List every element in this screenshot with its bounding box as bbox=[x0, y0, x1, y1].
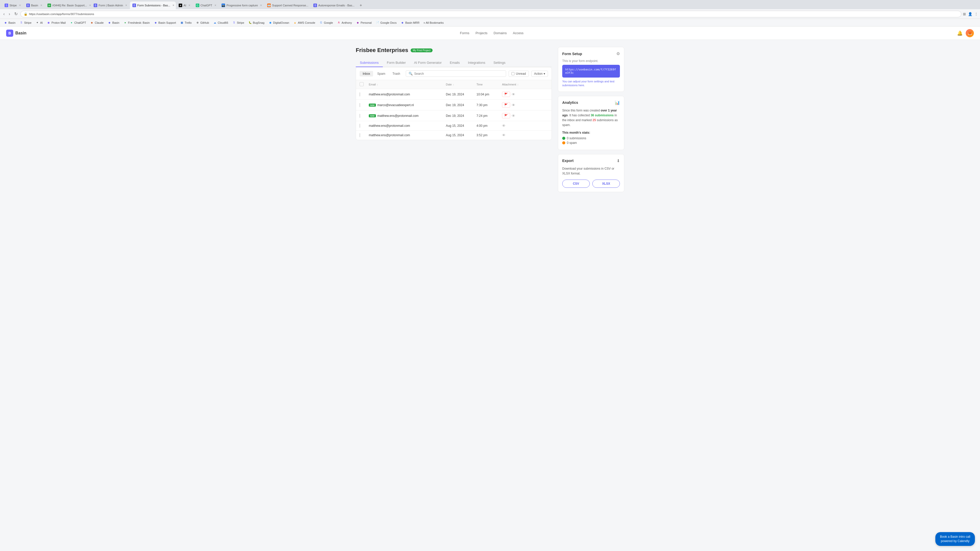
tab-emails[interactable]: Emails bbox=[446, 59, 464, 67]
profile-icon[interactable]: 👤 bbox=[968, 12, 972, 16]
bookmark-bugsnag[interactable]: 🐛 BugSnag bbox=[247, 21, 266, 25]
bookmark-personal[interactable]: ◆ Personal bbox=[354, 21, 373, 25]
tab-form-submissions[interactable]: B Form Submissions - Bas... × bbox=[130, 2, 176, 9]
tab-autoresponse[interactable]: B Autoresponse Emails - Bas... × bbox=[311, 2, 357, 9]
tab-basin-close[interactable]: × bbox=[40, 3, 42, 7]
tab-form-builder[interactable]: Form Builder bbox=[383, 59, 410, 67]
view-button-3[interactable]: 👁 bbox=[512, 114, 515, 118]
bookmark-basin-support[interactable]: ◆ Basin Support bbox=[152, 21, 178, 25]
bookmark-basin-mrr[interactable]: ◆ Basin MRR bbox=[399, 21, 422, 25]
tab-chatgpt-close[interactable]: × bbox=[215, 3, 216, 7]
tab-integrations[interactable]: Integrations bbox=[464, 59, 490, 67]
nav-forms[interactable]: Forms bbox=[460, 31, 469, 35]
app-title: Basin bbox=[15, 31, 27, 35]
bookmark-claude[interactable]: ◆ Claude bbox=[88, 21, 105, 25]
nav-access[interactable]: Access bbox=[513, 31, 523, 35]
endpoint-box[interactable]: https://usebasin.com/f/7f3269fe3f3c bbox=[562, 65, 620, 78]
select-all-checkbox[interactable] bbox=[360, 82, 364, 86]
tab-support[interactable]: ✉ #3446] Re: Basin Support... × bbox=[45, 2, 91, 9]
tab-basin-admin[interactable]: B Form | Basin Admin × bbox=[91, 2, 130, 9]
action-button[interactable]: Action ▾ bbox=[531, 71, 548, 77]
checkbox-1[interactable] bbox=[360, 92, 360, 97]
spam-button-3[interactable]: 🚩 bbox=[502, 113, 510, 118]
bookmark-freshdesk[interactable]: ● Freshdesk: Basin bbox=[122, 21, 151, 25]
bookmark-digitalocean[interactable]: ◉ DigitalOcean bbox=[267, 21, 291, 25]
row-checkbox-5[interactable] bbox=[360, 133, 369, 137]
new-tab-button[interactable]: + bbox=[358, 3, 363, 8]
tab-progressive-close[interactable]: × bbox=[260, 3, 262, 7]
subtab-inbox[interactable]: Inbox bbox=[360, 71, 373, 76]
csv-button[interactable]: CSV bbox=[562, 179, 590, 188]
nav-domains[interactable]: Domains bbox=[493, 31, 507, 35]
row-checkbox-1[interactable] bbox=[360, 93, 369, 96]
bookmark-stripe[interactable]: S Stripe bbox=[18, 21, 33, 25]
bookmark-github[interactable]: ⊛ GitHub bbox=[194, 21, 211, 25]
row-checkbox-4[interactable] bbox=[360, 124, 369, 127]
view-button-1[interactable]: 👁 bbox=[512, 92, 515, 97]
xlsx-button[interactable]: XLSX bbox=[592, 179, 620, 188]
tab-progressive[interactable]: 📷 Progressive form capture × bbox=[219, 2, 264, 9]
gear-icon[interactable]: ⚙ bbox=[616, 51, 620, 56]
header-select-all[interactable] bbox=[360, 82, 369, 87]
checkbox-2[interactable] bbox=[360, 103, 360, 107]
subtab-spam[interactable]: Spam bbox=[374, 71, 388, 76]
notification-button[interactable]: 🔔 bbox=[957, 30, 963, 36]
bookmark-stripe2[interactable]: S Stripe bbox=[231, 21, 246, 25]
checkbox-5[interactable] bbox=[360, 133, 360, 137]
view-button-4[interactable]: 👁 bbox=[502, 124, 506, 128]
unread-button[interactable]: Unread bbox=[509, 71, 528, 77]
back-button[interactable]: ‹ bbox=[2, 11, 6, 17]
bookmark-all[interactable]: » All Bookmarks bbox=[422, 21, 445, 25]
bookmark-googledocs[interactable]: 📄 Google Docs bbox=[374, 21, 398, 25]
all-bookmarks-label: » All Bookmarks bbox=[424, 21, 444, 24]
tab-basin-admin-close[interactable]: × bbox=[125, 3, 127, 7]
checkbox-3[interactable] bbox=[360, 114, 360, 118]
bookmark-anthony[interactable]: A Anthony bbox=[335, 21, 354, 25]
download-icon[interactable]: ⬇ bbox=[617, 159, 620, 163]
tab-ai-close[interactable]: × bbox=[189, 3, 190, 7]
bookmark-ai[interactable]: ✦ AI bbox=[34, 21, 45, 25]
tab-submissions[interactable]: Submissions bbox=[356, 59, 383, 67]
bookmark-chatgpt[interactable]: ● ChatGPT bbox=[68, 21, 88, 25]
bookmark-basin[interactable]: ◆ Basin bbox=[2, 21, 18, 25]
tab-stripe-close[interactable]: × bbox=[19, 3, 21, 7]
tab-stripe[interactable]: S Stripe × bbox=[2, 2, 24, 9]
bookmark-cloud66[interactable]: ☁ Cloud66 bbox=[211, 21, 230, 25]
nav-bar: ‹ › ↻ 🔒 https://usebasin.com/app/forms/3… bbox=[0, 9, 980, 19]
header-date[interactable]: Date ↕ bbox=[446, 83, 476, 86]
search-box[interactable]: 🔍 bbox=[406, 70, 506, 77]
header-email[interactable]: Email ↕ bbox=[369, 83, 446, 86]
refresh-button[interactable]: ↻ bbox=[13, 11, 19, 17]
tab-ai[interactable]: ✦ AI × bbox=[176, 2, 192, 9]
bookmark-protonmail[interactable]: ◉ Proton Mail bbox=[45, 21, 68, 25]
tab-canned[interactable]: 📧 Support Canned Response... × bbox=[265, 2, 310, 9]
bookmark-basin2[interactable]: ◆ Basin bbox=[106, 21, 121, 25]
spam-button-2[interactable]: 🚩 bbox=[502, 102, 510, 108]
tab-ai-form-generator[interactable]: AI Form Generator bbox=[410, 59, 445, 67]
email-4: matthew.ens@protonmail.com bbox=[369, 124, 410, 127]
row-checkbox-2[interactable] bbox=[360, 103, 369, 107]
search-input[interactable] bbox=[414, 72, 503, 76]
header-attachment[interactable]: Attachment ↕ bbox=[502, 83, 533, 86]
nav-projects[interactable]: Projects bbox=[476, 31, 487, 35]
forward-button[interactable]: › bbox=[7, 11, 11, 17]
this-month-label: This month's stats: bbox=[562, 131, 620, 135]
user-avatar[interactable]: 🦊 bbox=[966, 29, 974, 37]
tab-chatgpt[interactable]: G ChatGPT × bbox=[193, 2, 219, 9]
subtab-trash[interactable]: Trash bbox=[390, 71, 403, 76]
tab-support-close[interactable]: × bbox=[89, 3, 91, 7]
tab-form-submissions-close[interactable]: × bbox=[172, 3, 174, 7]
tab-settings[interactable]: Settings bbox=[489, 59, 509, 67]
view-button-5[interactable]: 👁 bbox=[502, 133, 506, 137]
view-button-2[interactable]: 👁 bbox=[512, 103, 515, 107]
extensions-icon[interactable]: ⊞ bbox=[963, 12, 966, 16]
address-bar[interactable]: 🔒 https://usebasin.com/app/forms/3077/su… bbox=[21, 11, 961, 17]
tab-basin[interactable]: B Basin × bbox=[24, 2, 45, 9]
bookmark-trello[interactable]: ▦ Trello bbox=[178, 21, 193, 25]
bookmark-aws[interactable]: ▲ AWS Console bbox=[291, 21, 317, 25]
bookmark-google[interactable]: G Google bbox=[318, 21, 334, 25]
spam-button-1[interactable]: 🚩 bbox=[502, 92, 510, 97]
more-icon[interactable]: ⋮ bbox=[974, 12, 978, 16]
checkbox-4[interactable] bbox=[360, 124, 360, 128]
row-checkbox-3[interactable] bbox=[360, 114, 369, 118]
